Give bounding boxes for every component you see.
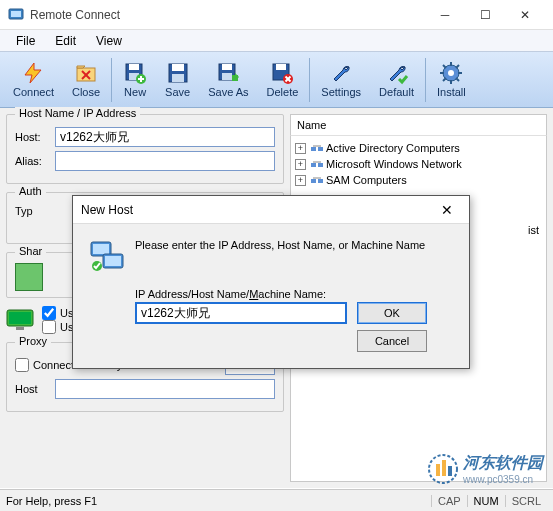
lightning-icon bbox=[21, 61, 45, 85]
auth-type-label: Typ bbox=[15, 205, 39, 217]
maximize-button[interactable]: ☐ bbox=[465, 1, 505, 29]
svg-rect-37 bbox=[311, 147, 316, 151]
floppy-icon bbox=[166, 61, 190, 85]
svg-rect-44 bbox=[318, 179, 323, 183]
computer-network-icon bbox=[89, 238, 125, 274]
svg-rect-38 bbox=[318, 147, 323, 151]
svg-marker-2 bbox=[25, 63, 41, 83]
menu-file[interactable]: File bbox=[6, 32, 45, 50]
svg-rect-53 bbox=[105, 256, 121, 266]
toolbar-separator bbox=[425, 58, 426, 102]
svg-rect-7 bbox=[129, 64, 139, 70]
svg-line-31 bbox=[456, 78, 459, 81]
tree-node[interactable]: + Active Directory Computers bbox=[295, 140, 542, 156]
save-button[interactable]: Save bbox=[156, 54, 199, 106]
svg-rect-36 bbox=[16, 327, 24, 330]
alias-label: Alias: bbox=[15, 155, 49, 167]
svg-line-30 bbox=[443, 65, 446, 68]
tree-node[interactable]: + SAM Computers bbox=[295, 172, 542, 188]
toolbar-separator bbox=[111, 58, 112, 102]
mirror-checkbox[interactable] bbox=[42, 306, 56, 320]
status-num: NUM bbox=[467, 495, 505, 507]
svg-line-32 bbox=[443, 78, 446, 81]
watermark-logo-icon bbox=[428, 454, 458, 484]
menu-view[interactable]: View bbox=[86, 32, 132, 50]
svg-rect-14 bbox=[172, 74, 184, 82]
close-button[interactable]: Close bbox=[63, 54, 109, 106]
expander-icon[interactable]: + bbox=[295, 159, 306, 170]
monitor-icon bbox=[6, 309, 34, 331]
connect-button[interactable]: Connect bbox=[4, 54, 63, 106]
list-header[interactable]: Name bbox=[290, 114, 547, 136]
proxy-connect-checkbox[interactable] bbox=[15, 358, 29, 372]
saveas-button[interactable]: Save As bbox=[199, 54, 257, 106]
window-title: Remote Connect bbox=[30, 8, 425, 22]
svg-rect-48 bbox=[442, 460, 446, 476]
status-scrl: SCRL bbox=[505, 495, 547, 507]
hostaddr-legend: Host Name / IP Address bbox=[15, 107, 140, 119]
new-button[interactable]: New bbox=[114, 54, 156, 106]
new-host-dialog: New Host ✕ Please enter the IP Address, … bbox=[72, 195, 470, 369]
dialog-message: Please enter the IP Address, Host Name, … bbox=[135, 238, 425, 274]
expander-icon[interactable]: + bbox=[295, 175, 306, 186]
alias-input[interactable] bbox=[55, 151, 275, 171]
share-legend: Shar bbox=[15, 245, 46, 257]
install-button[interactable]: Install bbox=[428, 54, 475, 106]
floppy-new-icon bbox=[123, 61, 147, 85]
default-button[interactable]: Default bbox=[370, 54, 423, 106]
network-icon bbox=[310, 141, 324, 155]
wrench-check-icon bbox=[385, 61, 409, 85]
svg-line-33 bbox=[456, 65, 459, 68]
dialog-cancel-button[interactable]: Cancel bbox=[357, 330, 427, 352]
svg-rect-35 bbox=[9, 312, 31, 324]
host-input[interactable] bbox=[55, 127, 275, 147]
menu-edit[interactable]: Edit bbox=[45, 32, 86, 50]
svg-rect-13 bbox=[172, 64, 184, 71]
minimize-button[interactable]: ─ bbox=[425, 1, 465, 29]
rdp-checkbox[interactable] bbox=[42, 320, 56, 334]
close-folder-icon bbox=[74, 61, 98, 85]
menu-bar: File Edit View bbox=[0, 30, 553, 52]
svg-rect-40 bbox=[311, 163, 316, 167]
floppy-arrow-icon bbox=[216, 61, 240, 85]
app-icon bbox=[8, 7, 24, 23]
title-bar: Remote Connect ─ ☐ ✕ bbox=[0, 0, 553, 30]
settings-button[interactable]: Settings bbox=[312, 54, 370, 106]
gear-icon bbox=[439, 61, 463, 85]
auth-legend: Auth bbox=[15, 185, 46, 197]
proxy-legend: Proxy bbox=[15, 335, 51, 347]
dialog-ok-button[interactable]: OK bbox=[357, 302, 427, 324]
svg-rect-49 bbox=[448, 466, 452, 476]
svg-rect-43 bbox=[311, 179, 316, 183]
dialog-titlebar: New Host ✕ bbox=[73, 196, 469, 224]
dialog-machine-input[interactable] bbox=[135, 302, 347, 324]
network-icon bbox=[310, 157, 324, 171]
svg-point-25 bbox=[448, 70, 454, 76]
watermark-url: www.pc0359.cn bbox=[463, 474, 543, 485]
svg-rect-17 bbox=[222, 73, 232, 80]
dialog-field-label: IP Address/Host Name/Machine Name: bbox=[135, 288, 453, 300]
status-help: For Help, press F1 bbox=[6, 495, 97, 507]
watermark: 河东软件园 www.pc0359.cn bbox=[428, 453, 543, 485]
expander-icon[interactable]: + bbox=[295, 143, 306, 154]
svg-rect-16 bbox=[222, 64, 232, 70]
toolbar-separator bbox=[309, 58, 310, 102]
proxy-host-input[interactable] bbox=[55, 379, 275, 399]
dialog-close-button[interactable]: ✕ bbox=[433, 199, 461, 221]
status-cap: CAP bbox=[431, 495, 467, 507]
wrench-icon bbox=[329, 61, 353, 85]
proxy-host-label: Host bbox=[15, 383, 49, 395]
list-fragment: ist bbox=[528, 224, 539, 236]
tree-node[interactable]: + Microsoft Windows Network bbox=[295, 156, 542, 172]
svg-rect-41 bbox=[318, 163, 323, 167]
toolbar: Connect Close New Save Save As Delete Se… bbox=[0, 52, 553, 108]
hostaddr-group: Host Name / IP Address Host: Alias: bbox=[6, 114, 284, 184]
svg-rect-51 bbox=[93, 244, 109, 254]
svg-rect-20 bbox=[276, 64, 286, 70]
network-icon bbox=[310, 173, 324, 187]
floppy-delete-icon bbox=[270, 61, 294, 85]
delete-button[interactable]: Delete bbox=[258, 54, 308, 106]
colorgrid-icon bbox=[15, 263, 43, 291]
host-label: Host: bbox=[15, 131, 49, 143]
close-window-button[interactable]: ✕ bbox=[505, 1, 545, 29]
